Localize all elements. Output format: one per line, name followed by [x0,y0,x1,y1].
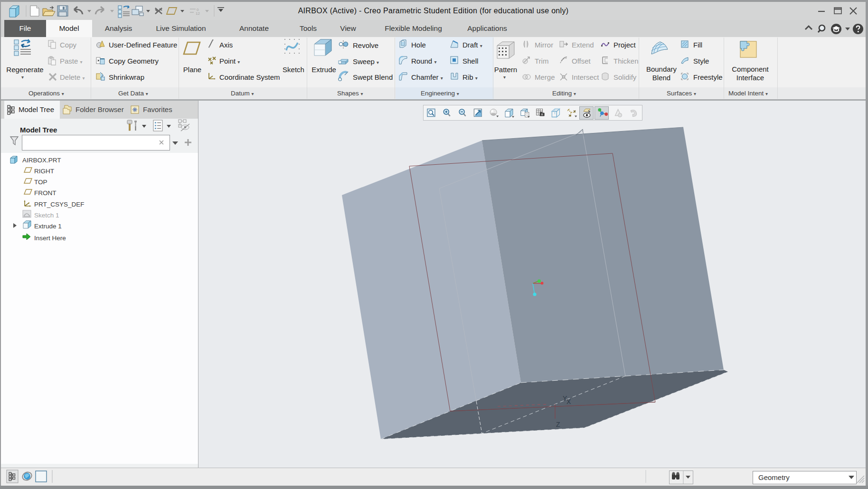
svg-text:12: 12 [196,11,200,16]
svg-text:Z: Z [556,421,560,428]
svg-text:X: X [566,398,571,405]
